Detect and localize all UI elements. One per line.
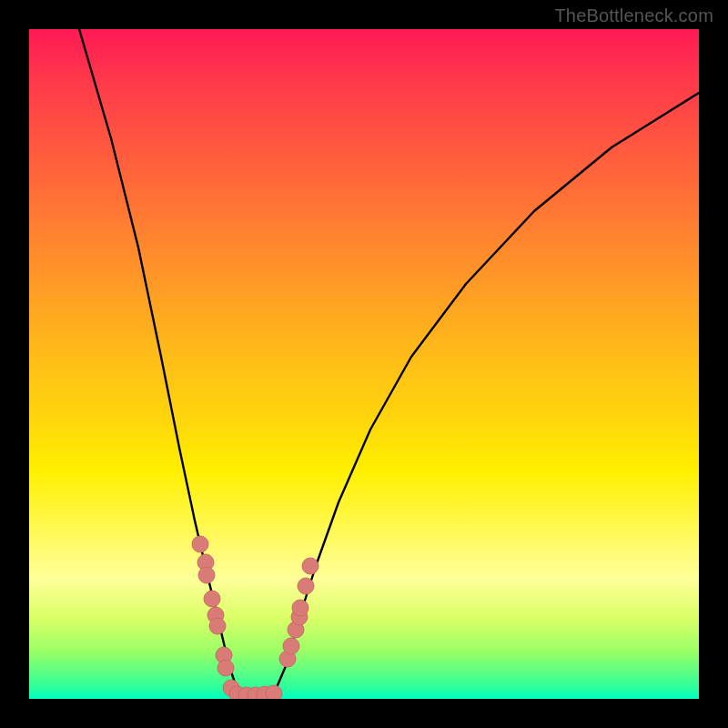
marker-point bbox=[298, 578, 314, 594]
marker-point bbox=[217, 660, 234, 676]
chart-svg bbox=[29, 29, 699, 699]
marker-point bbox=[209, 618, 226, 634]
curve-bottleneck-curve-right bbox=[275, 93, 699, 692]
watermark-text: TheBottleneck.com bbox=[554, 5, 713, 26]
marker-point bbox=[192, 536, 208, 552]
chart-frame: TheBottleneck.com bbox=[0, 0, 728, 728]
marker-point bbox=[292, 600, 308, 616]
marker-point bbox=[204, 591, 220, 607]
marker-point bbox=[302, 558, 318, 574]
plot-area bbox=[29, 29, 699, 699]
bottleneck-curve bbox=[79, 29, 699, 693]
data-markers bbox=[192, 536, 318, 699]
marker-point bbox=[198, 567, 215, 583]
marker-point bbox=[283, 638, 299, 654]
marker-point bbox=[266, 685, 282, 699]
